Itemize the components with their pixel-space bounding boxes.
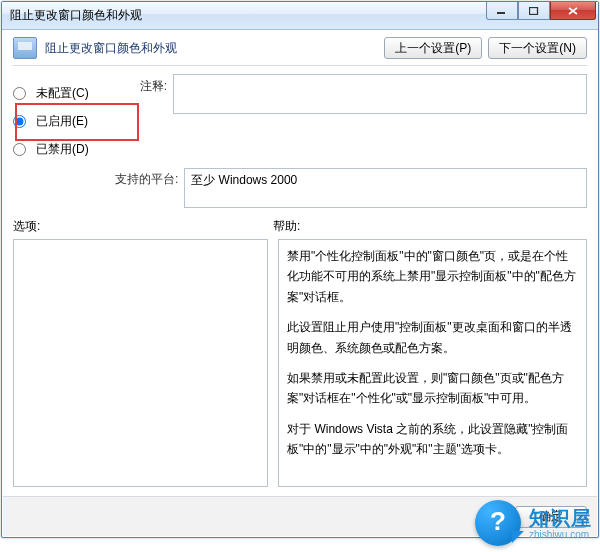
close-button[interactable] — [550, 2, 596, 20]
options-label: 选项: — [13, 218, 273, 235]
client-area: 阻止更改窗口颜色和外观 上一个设置(P) 下一个设置(N) 未配置(C) 已启用… — [3, 31, 597, 536]
next-setting-button[interactable]: 下一个设置(N) — [488, 37, 587, 59]
options-panel[interactable] — [13, 239, 268, 487]
lower-labels: 选项: 帮助: — [3, 208, 597, 239]
nav-buttons: 上一个设置(P) 下一个设置(N) — [384, 37, 587, 59]
radio-disabled[interactable]: 已禁用(D) — [13, 138, 125, 160]
comment-label: 注释: — [125, 74, 173, 114]
svg-rect-0 — [497, 12, 505, 14]
svg-rect-1 — [530, 7, 538, 14]
header-row: 阻止更改窗口颜色和外观 上一个设置(P) 下一个设置(N) — [3, 31, 597, 63]
help-label: 帮助: — [273, 218, 300, 235]
config-area: 未配置(C) 已启用(E) 已禁用(D) 注释: — [3, 72, 597, 160]
platform-field[interactable]: 至少 Windows 2000 — [184, 168, 587, 208]
footer: 确定 — [3, 496, 597, 536]
window-buttons — [486, 2, 596, 20]
radio-disabled-input[interactable] — [13, 143, 26, 156]
maximize-button[interactable] — [518, 2, 550, 20]
policy-title: 阻止更改窗口颜色和外观 — [45, 40, 384, 57]
minimize-button[interactable] — [486, 2, 518, 20]
radio-enabled[interactable]: 已启用(E) — [13, 110, 125, 132]
platform-row: 支持的平台: 至少 Windows 2000 — [3, 166, 597, 208]
radio-not-configured-input[interactable] — [13, 87, 26, 100]
policy-icon — [13, 37, 37, 59]
radio-not-configured-label: 未配置(C) — [36, 85, 89, 102]
ok-button[interactable]: 确定 — [515, 506, 587, 528]
help-text: 对于 Windows Vista 之前的系统，此设置隐藏"控制面板"中的"显示"… — [287, 419, 578, 460]
dialog-window: 阻止更改窗口颜色和外观 阻止更改窗口颜色和外观 上一个设置(P) 下一个设置(N… — [1, 1, 599, 538]
help-text: 如果禁用或未配置此设置，则"窗口颜色"页或"配色方案"对话框在"个性化"或"显示… — [287, 368, 578, 409]
divider — [13, 65, 587, 66]
lower-panels: 禁用"个性化控制面板"中的"窗口颜色"页，或是在个性化功能不可用的系统上禁用"显… — [3, 239, 597, 487]
prev-setting-button[interactable]: 上一个设置(P) — [384, 37, 482, 59]
radio-not-configured[interactable]: 未配置(C) — [13, 82, 125, 104]
platform-value: 至少 Windows 2000 — [191, 173, 297, 187]
radio-group: 未配置(C) 已启用(E) 已禁用(D) — [13, 74, 125, 160]
radio-enabled-label: 已启用(E) — [36, 113, 88, 130]
radio-enabled-input[interactable] — [13, 115, 26, 128]
help-panel[interactable]: 禁用"个性化控制面板"中的"窗口颜色"页，或是在个性化功能不可用的系统上禁用"显… — [278, 239, 587, 487]
radio-disabled-label: 已禁用(D) — [36, 141, 89, 158]
comment-field[interactable] — [173, 74, 587, 114]
platform-label: 支持的平台: — [13, 168, 184, 188]
help-text: 禁用"个性化控制面板"中的"窗口颜色"页，或是在个性化功能不可用的系统上禁用"显… — [287, 246, 578, 307]
help-text: 此设置阻止用户使用"控制面板"更改桌面和窗口的半透明颜色、系统颜色或配色方案。 — [287, 317, 578, 358]
titlebar: 阻止更改窗口颜色和外观 — [2, 2, 598, 30]
